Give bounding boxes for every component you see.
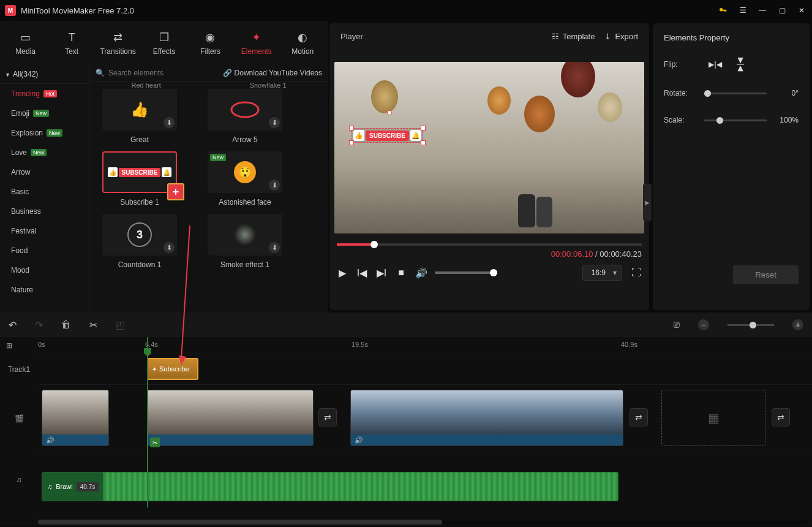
add-track-button[interactable]: ⊞ <box>0 337 38 354</box>
element-thumb[interactable]: 👍⬇ <box>102 89 177 131</box>
license-key-icon[interactable] <box>718 5 729 16</box>
category-emoji[interactable]: EmojiNew <box>0 104 89 123</box>
elements-grid: Red heart Snowflake 1 👍⬇Great⬇Arrow 5👍SU… <box>89 82 328 313</box>
time-mark: 0s <box>38 341 45 348</box>
category-mood[interactable]: Mood <box>0 260 89 280</box>
split-button[interactable]: ✂ <box>89 319 97 331</box>
rotate-label: Rotate: <box>664 89 698 97</box>
tab-media[interactable]: ▭Media <box>2 23 48 63</box>
time-ruler[interactable]: 0s6.4s19.5s40.9s <box>38 337 812 354</box>
tab-transitions[interactable]: ⇄Transitions <box>95 23 141 63</box>
download-icon[interactable]: ⬇ <box>269 242 280 253</box>
minimize-button[interactable]: — <box>757 5 768 16</box>
video-clip-3[interactable]: 🔊 <box>350 390 623 446</box>
playhead[interactable] <box>147 337 148 507</box>
add-clip-placeholder[interactable]: ▦ <box>661 390 765 446</box>
element-icon: ✦ <box>152 366 157 373</box>
video-track-icon: 🎬 <box>0 385 38 452</box>
element-label: Red heart <box>131 82 160 89</box>
export-button[interactable]: ⤓Export <box>604 32 638 41</box>
redo-button[interactable]: ↷ <box>35 319 43 331</box>
play-button[interactable]: ▶ <box>337 267 348 279</box>
crop-button[interactable]: ◰ <box>116 319 125 331</box>
element-thumb[interactable]: ⬇ <box>208 89 282 131</box>
subscribe-element-overlay[interactable]: 👍 SUBSCRIBE 🔔 <box>351 128 423 143</box>
scale-value: 100% <box>773 116 799 124</box>
template-button[interactable]: ☷Template <box>552 32 595 41</box>
category-nature[interactable]: Nature <box>0 280 89 300</box>
download-icon[interactable]: ⬇ <box>269 180 280 191</box>
svg-point-0 <box>231 102 258 117</box>
maximize-button[interactable]: ▢ <box>776 5 788 16</box>
tab-elements[interactable]: ✦Elements <box>233 23 279 63</box>
reset-button[interactable]: Reset <box>733 265 799 284</box>
category-business[interactable]: Business <box>0 202 89 221</box>
element-thumb[interactable]: ⬇ <box>208 214 282 256</box>
fit-zoom-button[interactable]: ⎚ <box>674 319 680 330</box>
timeline-panel: ↶ ↷ 🗑 ✂ ◰ ⎚ − + ⊞ Track1 🎬 ♫ 0s6.4s19.5s… <box>0 313 812 526</box>
element-thumb[interactable]: New😲⬇ <box>208 151 282 193</box>
folder-icon: ▭ <box>18 30 33 45</box>
library-panel: ▭Media TText ⇄Transitions ❐Effects ◉Filt… <box>0 21 328 313</box>
delete-button[interactable]: 🗑 <box>61 319 71 330</box>
category-trending[interactable]: TrendingHot <box>0 84 89 104</box>
tab-motion[interactable]: ◐Motion <box>280 23 326 63</box>
fullscreen-button[interactable]: ⛶ <box>631 267 642 278</box>
collapse-properties-button[interactable]: ▶ <box>643 184 652 221</box>
stop-button[interactable]: ■ <box>396 267 407 278</box>
audio-track[interactable]: ♫Brawl40.7s <box>38 452 812 507</box>
element-thumb[interactable]: 3⬇ <box>102 214 177 256</box>
element-clip-subscribe[interactable]: ✦ Subscribe <box>147 358 198 380</box>
menu-icon[interactable]: ☰ <box>737 5 748 16</box>
video-track[interactable]: 🔊 ✦ ✂ ⇄ 🔊 ⇄ ▦ ⇄ <box>38 385 812 452</box>
tab-filters[interactable]: ◉Filters <box>187 23 233 63</box>
download-icon[interactable]: ⬇ <box>164 242 175 253</box>
video-clip-2[interactable] <box>147 390 314 446</box>
transition-slot[interactable]: ⇄ <box>318 408 337 427</box>
search-input[interactable] <box>108 69 219 77</box>
audio-clip[interactable]: ♫Brawl40.7s <box>42 472 618 501</box>
element-track[interactable]: ✦ Subscribe <box>38 354 812 385</box>
category-food[interactable]: Food <box>0 241 89 260</box>
video-clip-1[interactable]: 🔊 <box>42 390 109 446</box>
rotate-slider[interactable] <box>704 93 767 94</box>
download-icon[interactable]: ⬇ <box>164 117 175 128</box>
category-love[interactable]: LoveNew <box>0 143 89 162</box>
flip-horizontal-button[interactable]: ▶|◀ <box>707 58 724 70</box>
stack-icon: ❐ <box>157 30 171 45</box>
rotate-value: 0° <box>773 89 799 97</box>
undo-button[interactable]: ↶ <box>9 319 17 331</box>
scale-slider[interactable] <box>704 119 767 121</box>
category-festival[interactable]: Festival <box>0 221 89 241</box>
split-badge-icon: ✂ <box>150 438 160 447</box>
download-youtube-link[interactable]: 🔗Download YouTube Videos <box>223 69 322 77</box>
next-frame-button[interactable]: ▶I <box>376 267 387 279</box>
category-basic[interactable]: Basic <box>0 182 89 202</box>
prev-frame-button[interactable]: I◀ <box>356 267 367 279</box>
preview-canvas[interactable]: 👍 SUBSCRIBE 🔔 <box>334 62 644 233</box>
player-progress[interactable] <box>337 243 642 246</box>
close-button[interactable]: ✕ <box>796 5 807 16</box>
tab-effects[interactable]: ❐Effects <box>141 23 187 63</box>
element-thumb[interactable]: 👍SUBSCRIBE🔔+ <box>102 151 177 193</box>
category-all[interactable]: All(342) <box>0 65 89 84</box>
balloon-graphic <box>561 62 595 97</box>
zoom-in-button[interactable]: + <box>792 319 803 330</box>
time-mark: 40.9s <box>621 341 637 348</box>
transition-slot[interactable]: ⇄ <box>630 408 648 427</box>
aspect-ratio-select[interactable]: 16:9 <box>582 265 622 281</box>
zoom-out-button[interactable]: − <box>698 319 709 330</box>
download-icon[interactable]: ⬇ <box>269 117 280 128</box>
zoom-slider[interactable] <box>727 324 774 326</box>
flip-vertical-button[interactable]: ▶|◀ <box>735 56 747 73</box>
add-element-button[interactable]: + <box>167 183 184 200</box>
volume-icon[interactable]: 🔊 <box>415 267 426 279</box>
element-label: Countdown 1 <box>118 260 162 269</box>
category-arrow[interactable]: Arrow <box>0 162 89 182</box>
tab-text[interactable]: TText <box>48 23 94 63</box>
timeline-scrollbar[interactable] <box>38 520 807 525</box>
transition-slot[interactable]: ⇄ <box>772 408 790 427</box>
link-icon: 🔗 <box>223 69 232 77</box>
category-explosion[interactable]: ExplosionNew <box>0 123 89 143</box>
volume-slider[interactable] <box>435 271 494 274</box>
